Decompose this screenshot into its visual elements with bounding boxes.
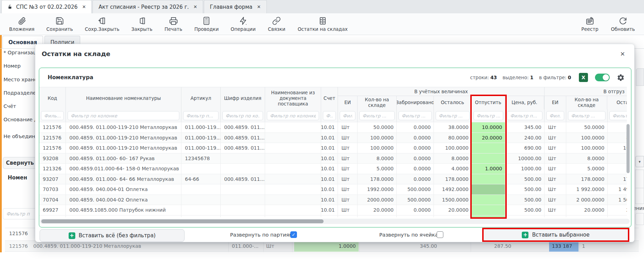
table-cell[interactable]: Шт — [545, 205, 566, 215]
table-cell[interactable] — [221, 154, 265, 164]
table-cell[interactable]: 100.0000 — [434, 143, 472, 153]
filter-input[interactable] — [609, 111, 627, 120]
table-cell[interactable]: 70704 — [39, 195, 66, 205]
table-cell[interactable]: 70703 — [39, 184, 66, 195]
table-cell[interactable]: 000.4859. 040.004-01 Оплетка — [66, 184, 181, 195]
table-cell[interactable]: 10.01 — [321, 122, 338, 132]
column-header[interactable]: Счет — [321, 87, 338, 110]
table-cell[interactable] — [265, 133, 321, 143]
table-cell[interactable] — [221, 205, 265, 215]
column-header[interactable]: Наименование номенклатуры — [66, 87, 181, 110]
table-cell[interactable]: 10.01 — [321, 143, 338, 153]
vertical-scrollbar[interactable] — [626, 124, 630, 173]
table-cell[interactable]: 011.000-119... — [181, 143, 221, 153]
otpustit-cell[interactable] — [472, 174, 505, 184]
table-cell[interactable] — [181, 195, 221, 205]
table-cell[interactable]: 500.0000 — [397, 184, 434, 195]
table-cell[interactable]: 2000.0000 — [358, 195, 397, 205]
filter-input[interactable] — [473, 111, 503, 120]
gear-icon[interactable] — [617, 74, 625, 82]
table-cell[interactable]: 20.0000 — [608, 205, 627, 215]
table-cell[interactable]: 000.4859. 040.004-02 Оплетка — [66, 195, 181, 205]
table-cell[interactable]: 100.0000 — [566, 133, 608, 143]
close-icon[interactable]: ✕ — [193, 4, 197, 9]
table-cell[interactable] — [265, 195, 321, 205]
toolbar-close-door-button[interactable]: Закрыть — [131, 16, 152, 32]
table-cell[interactable] — [265, 205, 321, 215]
close-icon[interactable]: ✕ — [82, 4, 86, 9]
filter-input[interactable] — [183, 111, 219, 120]
table-cell[interactable]: 000.4859. 011.000- 60- 167 Рукав — [66, 154, 181, 164]
table-cell[interactable]: 240.00 — [505, 133, 545, 143]
insert-selected-button[interactable]: + Вставить выбранное — [484, 229, 628, 240]
close-icon[interactable]: ✕ — [620, 50, 625, 57]
table-cell[interactable]: 178.0000 — [566, 174, 608, 184]
table-cell[interactable]: 1500.0000 — [434, 195, 472, 205]
table-row[interactable]: 121576000.4859. 011.000-119-210 Металлор… — [39, 143, 627, 153]
filter-input[interactable] — [222, 111, 263, 120]
table-cell[interactable]: 10.01 — [321, 174, 338, 184]
table-cell[interactable]: 1 500.0000 — [608, 195, 627, 205]
table-row[interactable]: 121576000.4859. 011.000-119-210 Металлор… — [39, 122, 627, 132]
collapse-button[interactable]: Свернуть — [3, 157, 36, 169]
table-cell[interactable] — [221, 195, 265, 205]
column-header[interactable]: Осталось — [434, 96, 472, 109]
table-cell[interactable]: 8.0000 — [566, 154, 608, 164]
table-cell[interactable]: 000.4859. 011.000-119-210 Металлорукав — [66, 143, 181, 153]
table-cell[interactable]: 1492.0000 — [434, 184, 472, 195]
table-cell[interactable]: 80.0000 — [434, 133, 472, 143]
table-cell[interactable]: 500.0000 — [397, 195, 434, 205]
table-cell[interactable] — [265, 174, 321, 184]
table-cell[interactable]: 000.4859.011.000-64- 158-0 Металлорукав — [66, 164, 181, 174]
table-cell[interactable]: 000.4859.1085.000 Патрубок нижний — [66, 205, 181, 215]
background-combobox[interactable]: ▾ — [635, 156, 644, 167]
table-cell[interactable]: 50.0000 — [566, 122, 608, 132]
table-cell[interactable]: 000.4859. 011.... — [221, 143, 265, 153]
toolbar-save-button[interactable]: Сохранить — [46, 16, 73, 32]
table-row[interactable]: 69927000.4859.1085.000 Патрубок нижний10… — [39, 205, 627, 215]
table-cell[interactable]: 0.0000 — [397, 164, 434, 174]
table-cell[interactable]: 10.01 — [321, 133, 338, 143]
column-header[interactable]: ЕИ — [545, 96, 566, 109]
table-cell[interactable]: 011.000-119... — [181, 122, 221, 132]
table-cell[interactable]: 69927 — [39, 205, 66, 215]
table-cell[interactable] — [265, 122, 321, 132]
table-cell[interactable]: 50.0000 — [358, 122, 397, 132]
window-tab-3[interactable]: Главная форма✕ — [204, 0, 267, 13]
otpustit-cell[interactable] — [472, 205, 505, 215]
table-cell[interactable]: 8.0000 — [434, 154, 472, 164]
table-row[interactable]: 70703000.4859. 040.004-01 Оплетка10.01Шт… — [39, 184, 627, 195]
otpustit-cell[interactable]: 20.0000 — [472, 133, 505, 143]
window-tab-2[interactable]: Акт списания - Реестр за 2026 г.✕ — [92, 0, 203, 13]
table-cell[interactable]: 0.0000 — [397, 133, 434, 143]
table-cell[interactable]: 0.0000 — [397, 154, 434, 164]
table-cell[interactable] — [265, 184, 321, 195]
background-filter-input[interactable] — [3, 208, 36, 219]
otpustit-cell[interactable] — [472, 195, 505, 205]
column-header[interactable]: Забронировано — [397, 96, 434, 109]
filter-input[interactable] — [340, 111, 355, 120]
filter-input[interactable] — [507, 111, 542, 120]
column-header[interactable]: Шифр изделия — [221, 87, 265, 110]
table-cell[interactable]: 121576 — [39, 143, 66, 153]
table-cell[interactable]: 20.0000 — [566, 205, 608, 215]
table-cell[interactable]: 178.0000 — [358, 174, 397, 184]
table-cell[interactable]: 121576 — [39, 133, 66, 143]
window-tab-1[interactable]: СПС №3 от 02.02.2026✕ — [1, 0, 92, 13]
table-cell[interactable]: Шт — [338, 154, 358, 164]
column-header[interactable]: Код — [39, 87, 66, 110]
table-cell[interactable]: Шт — [545, 195, 566, 205]
table-cell[interactable]: 000.4859. 011.000-119-210 Металлорукав — [66, 133, 181, 143]
filter-input[interactable] — [359, 111, 395, 120]
table-cell[interactable]: 500.00 — [505, 195, 545, 205]
otpustit-cell[interactable] — [472, 184, 505, 195]
table-cell[interactable] — [181, 164, 221, 174]
table-cell[interactable]: 0.0000 — [397, 122, 434, 132]
table-cell[interactable]: 38.0000 — [608, 122, 627, 132]
table-cell[interactable] — [265, 143, 321, 153]
table-cell[interactable]: 4.0000 — [608, 164, 627, 174]
table-cell[interactable]: 64-66 — [181, 174, 221, 184]
expand-cells-checkbox[interactable] — [437, 231, 443, 238]
table-cell[interactable]: 178.0000 — [434, 174, 472, 184]
table-cell[interactable]: 80.0000 — [608, 133, 627, 143]
